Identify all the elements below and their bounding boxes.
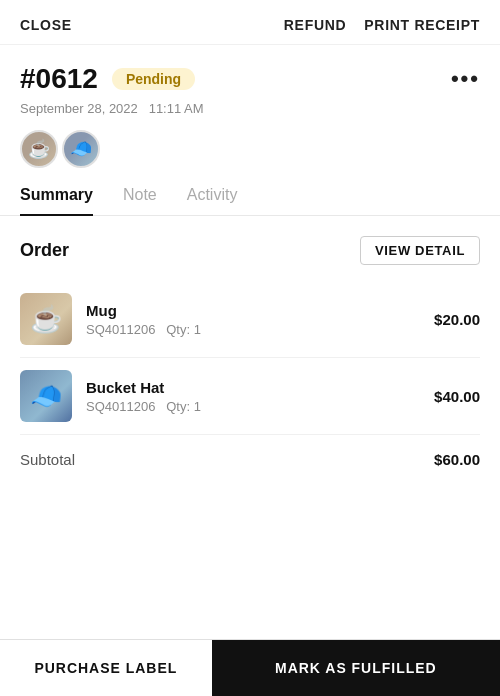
order-number: #0612 [20,63,98,95]
item-info-bucket-hat: Bucket Hat SQ4011206 Qty: 1 [86,379,420,414]
refund-button[interactable]: REFUND [284,17,347,33]
item-image-bucket-hat: 🧢 [20,370,72,422]
order-date-text: September 28, 2022 [20,101,138,116]
item-name-mug: Mug [86,302,420,319]
avatar-hat [62,130,100,168]
order-section-header: Order VIEW DETAIL [20,236,480,265]
close-button[interactable]: CLOSE [20,17,72,33]
tab-activity[interactable]: Activity [187,186,238,216]
subtotal-label: Subtotal [20,451,75,468]
status-badge: Pending [112,68,195,90]
order-item-bucket-hat: 🧢 Bucket Hat SQ4011206 Qty: 1 $40.00 [20,358,480,435]
purchase-label-button[interactable]: PURCHASE LABEL [0,640,212,696]
order-time-text: 11:11 AM [149,101,204,116]
avatar-mug [20,130,58,168]
subtotal-row: Subtotal $60.00 [20,435,480,476]
header-section: #0612 Pending ••• September 28, 2022 11:… [0,45,500,168]
order-section-label: Order [20,240,69,261]
item-meta-mug: SQ4011206 Qty: 1 [86,322,420,337]
top-bar-right: REFUND PRINT RECEIPT [284,17,480,33]
view-detail-button[interactable]: VIEW DETAIL [360,236,480,265]
item-info-mug: Mug SQ4011206 Qty: 1 [86,302,420,337]
avatars-row [20,130,480,168]
top-bar-left: CLOSE [20,16,72,34]
item-meta-bucket-hat: SQ4011206 Qty: 1 [86,399,420,414]
more-options-button[interactable]: ••• [451,68,480,90]
subtotal-value: $60.00 [434,451,480,468]
top-bar: CLOSE REFUND PRINT RECEIPT [0,0,500,45]
print-receipt-button[interactable]: PRINT RECEIPT [364,17,480,33]
order-item-mug: ☕ Mug SQ4011206 Qty: 1 $20.00 [20,281,480,358]
tab-note[interactable]: Note [123,186,157,216]
item-price-bucket-hat: $40.00 [434,388,480,405]
item-price-mug: $20.00 [434,311,480,328]
bottom-bar: PURCHASE LABEL MARK AS FULFILLED [0,639,500,696]
content-area: Order VIEW DETAIL ☕ Mug SQ4011206 Qty: 1… [0,216,500,476]
tab-summary[interactable]: Summary [20,186,93,216]
tabs-row: Summary Note Activity [0,186,500,216]
order-title-row: #0612 Pending ••• [20,63,480,95]
mark-as-fulfilled-button[interactable]: MARK AS FULFILLED [212,640,500,696]
order-date: September 28, 2022 11:11 AM [20,101,480,116]
item-name-bucket-hat: Bucket Hat [86,379,420,396]
item-image-mug: ☕ [20,293,72,345]
